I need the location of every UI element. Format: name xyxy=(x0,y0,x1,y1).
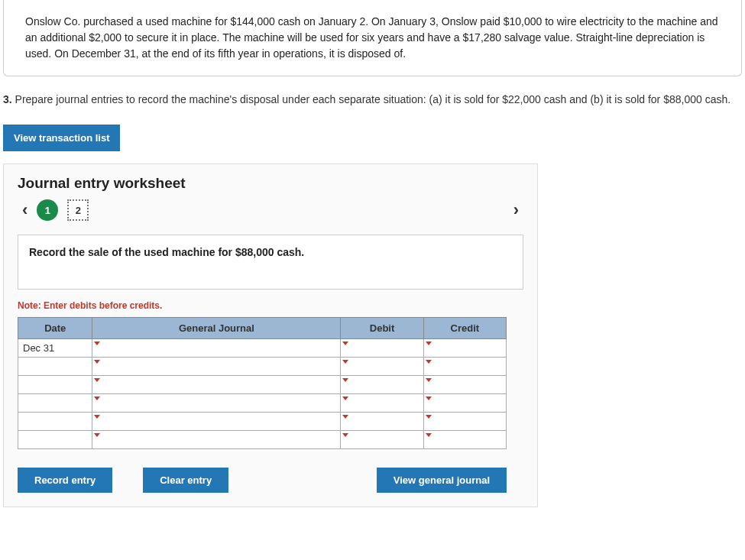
header-general-journal: General Journal xyxy=(92,318,341,339)
header-date: Date xyxy=(18,318,92,339)
debit-cell[interactable] xyxy=(341,431,423,449)
general-journal-cell[interactable] xyxy=(92,413,341,431)
table-row xyxy=(18,358,507,376)
journal-worksheet-panel: Journal entry worksheet ‹ 1 2 › Record t… xyxy=(3,163,538,507)
debit-cell[interactable] xyxy=(341,394,423,413)
date-cell[interactable] xyxy=(18,413,92,431)
problem-text: Onslow Co. purchased a used machine for … xyxy=(25,15,718,60)
view-transaction-list-label: View transaction list xyxy=(14,132,109,144)
action-buttons-row: Record entry Clear entry View general jo… xyxy=(18,468,507,493)
journal-entry-table: Date General Journal Debit Credit Dec 31 xyxy=(18,317,507,449)
view-transaction-list-button[interactable]: View transaction list xyxy=(3,125,120,151)
credit-cell[interactable] xyxy=(423,431,506,449)
table-header-row: Date General Journal Debit Credit xyxy=(18,318,507,339)
debit-cell[interactable] xyxy=(341,358,423,376)
header-credit: Credit xyxy=(423,318,506,339)
table-row xyxy=(18,431,507,449)
note-text: Note: Enter debits before credits. xyxy=(18,300,523,311)
debit-cell[interactable] xyxy=(341,376,423,394)
record-instruction-text: Record the sale of the used machine for … xyxy=(29,246,304,258)
clear-entry-label: Clear entry xyxy=(160,474,212,486)
question-number: 3. xyxy=(3,93,12,105)
view-general-journal-button[interactable]: View general journal xyxy=(377,468,507,493)
clear-entry-button[interactable]: Clear entry xyxy=(143,468,228,493)
table-row xyxy=(18,376,507,394)
date-cell[interactable] xyxy=(18,431,92,449)
credit-cell[interactable] xyxy=(423,413,506,431)
date-cell[interactable] xyxy=(18,376,92,394)
chevron-left-icon[interactable]: ‹ xyxy=(18,200,32,220)
question-instruction: 3. Prepare journal entries to record the… xyxy=(0,92,745,121)
page-2-button[interactable]: 2 xyxy=(67,199,89,221)
date-cell[interactable] xyxy=(18,394,92,413)
general-journal-cell[interactable] xyxy=(92,431,341,449)
view-general-journal-label: View general journal xyxy=(394,474,490,486)
chevron-right-icon[interactable]: › xyxy=(509,200,523,220)
record-entry-button[interactable]: Record entry xyxy=(18,468,112,493)
table-row xyxy=(18,394,507,413)
credit-cell[interactable] xyxy=(423,339,506,358)
general-journal-cell[interactable] xyxy=(92,376,341,394)
header-debit: Debit xyxy=(341,318,423,339)
general-journal-cell[interactable] xyxy=(92,394,341,413)
page-1-button[interactable]: 1 xyxy=(37,199,58,221)
credit-cell[interactable] xyxy=(423,394,506,413)
debit-cell[interactable] xyxy=(341,339,423,358)
date-cell[interactable] xyxy=(18,358,92,376)
record-entry-label: Record entry xyxy=(34,474,96,486)
worksheet-pager: ‹ 1 2 › xyxy=(18,199,523,221)
problem-statement: Onslow Co. purchased a used machine for … xyxy=(3,0,742,76)
general-journal-cell[interactable] xyxy=(92,358,341,376)
table-row: Dec 31 xyxy=(18,339,507,358)
table-row xyxy=(18,413,507,431)
credit-cell[interactable] xyxy=(423,376,506,394)
debit-cell[interactable] xyxy=(341,413,423,431)
question-text: Prepare journal entries to record the ma… xyxy=(15,93,731,105)
date-cell[interactable]: Dec 31 xyxy=(18,339,92,358)
record-instruction-panel: Record the sale of the used machine for … xyxy=(18,235,523,290)
worksheet-title: Journal entry worksheet xyxy=(18,175,523,192)
credit-cell[interactable] xyxy=(423,358,506,376)
general-journal-cell[interactable] xyxy=(92,339,341,358)
